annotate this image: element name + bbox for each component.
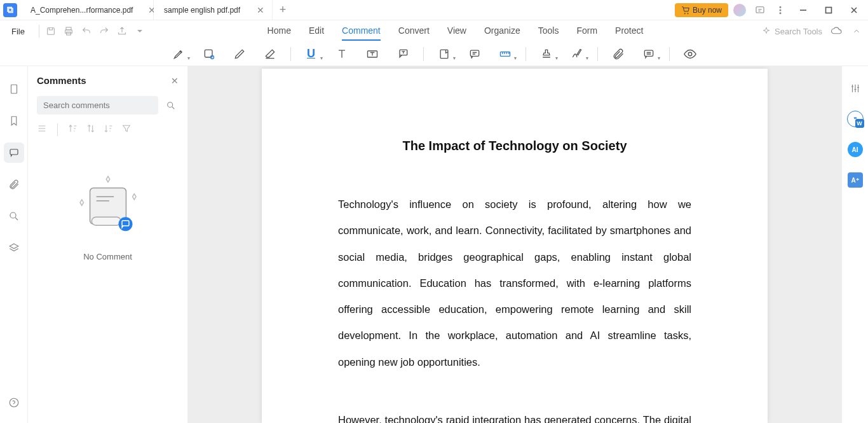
help-icon[interactable] <box>4 392 24 413</box>
maximize-button[interactable] <box>817 1 840 19</box>
close-icon[interactable]: ✕ <box>255 5 266 15</box>
translate-icon[interactable]: A⁺ <box>846 170 865 190</box>
properties-icon[interactable] <box>846 79 865 98</box>
svg-rect-4 <box>826 7 832 13</box>
underline-icon[interactable]: U▾ <box>299 45 324 64</box>
pencil-icon[interactable] <box>227 45 252 64</box>
menu-form[interactable]: Form <box>576 22 597 41</box>
comments-panel-icon[interactable] <box>4 142 24 163</box>
more-options-icon[interactable] <box>771 1 789 19</box>
right-sidebar: AI A⁺ <box>841 66 868 423</box>
document-paragraph-1: Technology's influence on society is pro… <box>338 191 691 375</box>
app-logo: ⧉ <box>0 0 20 20</box>
note-icon[interactable]: ▾ <box>431 45 457 64</box>
menubar: File Home Edit Comment Convert View Orga… <box>0 20 868 42</box>
svg-rect-6 <box>66 27 71 30</box>
highlighter-icon[interactable]: ▾ <box>166 45 191 64</box>
thumbnails-icon[interactable] <box>4 79 24 99</box>
svg-rect-14 <box>470 50 478 56</box>
main-menu: Home Edit Comment Convert View Organize … <box>149 22 762 41</box>
tab-document-1[interactable]: A_Comprehen...rformance.pdf ✕ <box>20 0 154 20</box>
share-icon[interactable] <box>113 22 131 40</box>
textbox-icon[interactable] <box>360 45 385 64</box>
sort-az-icon[interactable] <box>68 123 78 136</box>
add-tab-button[interactable]: + <box>273 0 293 20</box>
comment-ribbon: ▾ U▾ ▾ ▾ ▾ ▾ ▾ <box>0 42 868 66</box>
menu-home[interactable]: Home <box>268 22 291 41</box>
menu-organize[interactable]: Organize <box>484 22 520 41</box>
svg-rect-0 <box>756 6 764 12</box>
collapse-ribbon-icon[interactable] <box>848 22 865 40</box>
ai-assistant-icon[interactable]: AI <box>846 140 865 159</box>
bookmarks-icon[interactable] <box>4 111 24 131</box>
svg-rect-13 <box>440 50 448 58</box>
svg-rect-23 <box>92 217 121 225</box>
attachments-panel-icon[interactable] <box>4 174 24 195</box>
search-panel-icon[interactable] <box>4 206 24 226</box>
cart-icon <box>681 6 690 15</box>
pdf-page: The Impact of Technology on Society Tech… <box>262 69 768 423</box>
redo-icon[interactable] <box>95 22 113 40</box>
dropdown-icon[interactable] <box>131 22 149 40</box>
close-window-button[interactable] <box>843 1 865 19</box>
chat-icon[interactable] <box>751 1 769 19</box>
document-paragraph-2: However, technology's rapid integration … <box>338 407 691 423</box>
sparkle-icon <box>762 27 771 36</box>
stamp-icon[interactable]: ▾ <box>534 45 559 64</box>
comment-bubble-icon[interactable] <box>462 45 487 64</box>
empty-state: No Comment <box>37 139 179 423</box>
buy-now-button[interactable]: Buy now <box>675 3 728 17</box>
svg-point-20 <box>10 212 16 218</box>
menu-convert[interactable]: Convert <box>398 22 430 41</box>
search-tools[interactable]: Search Tools <box>762 27 827 36</box>
attachment-icon[interactable] <box>606 45 631 64</box>
document-tabs: A_Comprehen...rformance.pdf ✕ sample eng… <box>20 0 675 20</box>
comment-filters <box>37 121 179 139</box>
menu-comment[interactable]: Comment <box>342 22 381 41</box>
expand-all-icon[interactable] <box>37 123 47 136</box>
menu-edit[interactable]: Edit <box>309 22 324 41</box>
search-comments-input[interactable] <box>37 96 158 114</box>
tab-label: sample english pdf.pdf <box>164 6 240 15</box>
callout-icon[interactable] <box>390 45 416 64</box>
empty-state-text: No Comment <box>83 252 132 261</box>
manage-comments-icon[interactable]: ▾ <box>636 45 661 64</box>
signature-icon[interactable]: ▾ <box>564 45 590 64</box>
svg-rect-16 <box>644 50 653 56</box>
layers-icon[interactable] <box>4 238 24 258</box>
minimize-button[interactable] <box>792 1 815 19</box>
save-icon[interactable] <box>42 22 60 40</box>
eraser-icon[interactable] <box>257 45 283 64</box>
svg-rect-5 <box>48 28 55 35</box>
export-word-icon[interactable] <box>846 109 865 128</box>
close-panel-icon[interactable]: ✕ <box>171 76 179 86</box>
document-title: The Impact of Technology on Society <box>338 139 691 153</box>
svg-point-17 <box>688 52 692 56</box>
undo-icon[interactable] <box>78 22 95 40</box>
main-area: Comments ✕ No Comment <box>0 66 868 423</box>
tab-label: A_Comprehen...rformance.pdf <box>31 6 133 15</box>
text-icon[interactable] <box>329 45 355 64</box>
sort-type-icon[interactable] <box>104 123 114 136</box>
svg-point-1 <box>780 6 781 8</box>
document-viewport[interactable]: The Impact of Technology on Society Tech… <box>188 66 841 423</box>
file-menu[interactable]: File <box>0 27 36 36</box>
user-avatar[interactable] <box>731 1 749 19</box>
search-icon[interactable] <box>163 101 179 111</box>
filter-icon[interactable] <box>121 123 132 136</box>
sort-page-icon[interactable] <box>86 123 96 136</box>
area-highlight-icon[interactable] <box>196 45 222 64</box>
menu-protect[interactable]: Protect <box>615 22 643 41</box>
svg-point-22 <box>168 102 173 107</box>
cloud-sync-icon[interactable] <box>827 22 845 40</box>
svg-point-2 <box>780 10 781 11</box>
tab-document-2[interactable]: sample english pdf.pdf ✕ <box>154 0 273 20</box>
menu-view[interactable]: View <box>447 22 466 41</box>
comments-panel: Comments ✕ No Comment <box>28 66 188 423</box>
print-icon[interactable] <box>60 22 78 40</box>
menu-tools[interactable]: Tools <box>538 22 559 41</box>
measure-icon[interactable]: ▾ <box>492 45 518 64</box>
titlebar-actions: Buy now <box>675 1 868 19</box>
left-sidebar <box>0 66 28 423</box>
hide-comments-icon[interactable] <box>677 45 703 64</box>
